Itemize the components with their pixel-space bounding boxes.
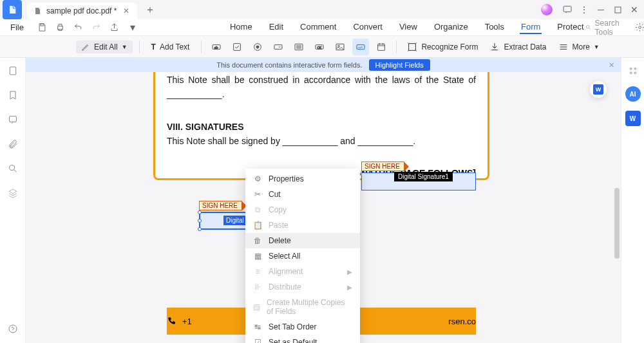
save-icon[interactable] xyxy=(37,22,48,33)
ctx-paste: 📋Paste xyxy=(245,218,360,233)
ctx-set-default[interactable]: ☑Set as Default xyxy=(245,335,360,343)
search-icon xyxy=(585,23,591,32)
comment-icon[interactable] xyxy=(560,3,574,17)
ctx-set-tab-order[interactable]: ↹Set Tab Order xyxy=(245,319,360,335)
more-button[interactable]: More ▼ xyxy=(554,42,603,52)
form-toolbar: Edit All ▼ T Add Text ab OK Recognize Fo… xyxy=(0,36,644,58)
document-tab[interactable]: sample pdf doc.pdf * ✕ xyxy=(27,3,137,19)
tools-panel-icon[interactable] xyxy=(627,64,639,77)
svg-point-5 xyxy=(638,26,641,29)
svg-rect-18 xyxy=(378,44,385,50)
scroll-thumb[interactable] xyxy=(614,188,620,259)
svg-point-4 xyxy=(586,25,589,28)
text-field-icon[interactable]: ab xyxy=(208,39,225,55)
ctx-copy: ⧉Copy xyxy=(245,202,360,218)
checkbox-field-icon[interactable] xyxy=(229,39,245,55)
gear-icon: ⚙ xyxy=(253,174,262,183)
menu-home[interactable]: Home xyxy=(229,21,254,34)
dropdown-chevron-icon[interactable]: ▾ xyxy=(127,22,138,33)
thumbnails-icon[interactable] xyxy=(6,64,19,77)
menubar: File ▾ Home Edit Comment Convert View Or… xyxy=(0,19,644,36)
svg-point-26 xyxy=(630,72,632,74)
menu-view[interactable]: View xyxy=(398,21,419,34)
svg-point-25 xyxy=(634,68,636,70)
selection-handle[interactable] xyxy=(198,210,202,214)
ctx-select-all[interactable]: ▦Select All xyxy=(245,248,360,264)
extract-data-button[interactable]: Extract Data xyxy=(486,42,550,52)
chevron-down-icon: ▼ xyxy=(122,44,128,50)
signature-field-1[interactable]: SIGN HERE Digital Signature1 xyxy=(361,160,476,190)
add-text-button[interactable]: T Add Text xyxy=(146,40,195,54)
distribute-icon: ⊪ xyxy=(253,283,262,292)
file-menu[interactable]: File xyxy=(5,21,29,33)
word-export-icon[interactable]: W xyxy=(625,111,641,126)
help-icon[interactable] xyxy=(6,322,19,335)
copy-icon: ⧉ xyxy=(253,205,262,214)
svg-rect-2 xyxy=(41,24,44,26)
annotations-icon[interactable] xyxy=(6,113,19,126)
ctx-properties[interactable]: ⚙Properties xyxy=(245,171,360,187)
button-field-icon[interactable]: OK xyxy=(311,39,328,55)
menu-convert[interactable]: Convert xyxy=(352,21,384,34)
pencil-icon xyxy=(81,42,90,51)
menu-tools[interactable]: Tools xyxy=(484,21,506,34)
highlight-fields-button[interactable]: Highlight Fields xyxy=(369,59,430,71)
tab-order-icon: ↹ xyxy=(253,322,262,331)
signature-field-icon[interactable] xyxy=(352,39,369,55)
bookmarks-icon[interactable] xyxy=(6,89,19,102)
section-8-heading: VIII. SIGNATURES xyxy=(167,120,476,134)
word-float-badge[interactable]: W xyxy=(590,81,607,98)
window-minimize-icon[interactable]: ─ xyxy=(594,3,608,17)
edit-all-dropdown[interactable]: Edit All ▼ xyxy=(76,41,133,53)
undo-icon[interactable] xyxy=(73,22,84,33)
phone-icon xyxy=(167,317,176,326)
tab-title: sample pdf doc.pdf * xyxy=(46,6,117,15)
image-field-icon[interactable] xyxy=(332,39,348,55)
svg-text:ab: ab xyxy=(214,45,218,49)
dropdown-field-icon[interactable] xyxy=(270,39,287,55)
svg-rect-1 xyxy=(615,7,621,13)
notice-text: This document contains interactive form … xyxy=(216,61,362,69)
svg-rect-21 xyxy=(9,116,16,122)
window-close-icon[interactable]: ✕ xyxy=(627,3,641,17)
svg-point-10 xyxy=(256,46,259,48)
svg-rect-0 xyxy=(564,6,571,12)
app-icon[interactable] xyxy=(3,0,22,19)
checkbox-icon: ☑ xyxy=(253,338,262,343)
radio-field-icon[interactable] xyxy=(249,39,266,55)
redo-icon[interactable] xyxy=(91,22,102,33)
date-field-icon[interactable] xyxy=(373,39,390,55)
svg-rect-3 xyxy=(58,26,63,30)
window-maximize-icon[interactable] xyxy=(611,3,625,17)
settings-icon[interactable] xyxy=(635,22,644,33)
menu-comment[interactable]: Comment xyxy=(299,21,337,34)
notice-close-icon[interactable]: ✕ xyxy=(609,61,614,70)
search-panel-icon[interactable] xyxy=(6,162,19,175)
svg-point-27 xyxy=(634,72,636,74)
menu-protect[interactable]: Protect xyxy=(556,21,585,34)
vertical-scrollbar[interactable] xyxy=(614,59,620,342)
signature-field-2-selected[interactable]: SIGN HERE Digital S xyxy=(199,199,248,230)
kebab-menu-icon[interactable]: ⋮ xyxy=(577,3,591,17)
ai-assistant-icon[interactable]: AI xyxy=(625,86,641,102)
form-notice-bar: This document contains interactive form … xyxy=(26,58,621,72)
menu-edit[interactable]: Edit xyxy=(268,21,285,34)
section-7-text: This Note shall be construed in accordan… xyxy=(167,73,476,102)
new-tab-button[interactable]: ＋ xyxy=(142,2,158,17)
ctx-cut[interactable]: ✂Cut xyxy=(245,187,360,202)
selection-handle[interactable] xyxy=(198,227,202,231)
recognize-form-button[interactable]: Recognize Form xyxy=(403,42,482,52)
menu-organize[interactable]: Organize xyxy=(433,21,469,34)
share-icon[interactable] xyxy=(109,22,120,33)
paste-icon: 📋 xyxy=(253,221,262,230)
tab-close-icon[interactable]: ✕ xyxy=(122,6,131,15)
menu-form[interactable]: Form xyxy=(520,21,542,34)
ai-orb-icon[interactable] xyxy=(541,4,553,15)
selection-handle[interactable] xyxy=(198,219,202,223)
layers-icon[interactable] xyxy=(6,187,19,199)
print-icon[interactable] xyxy=(55,22,66,33)
listbox-field-icon[interactable] xyxy=(290,39,307,55)
attachments-icon[interactable] xyxy=(6,138,19,151)
search-tools[interactable]: Search Tools xyxy=(585,19,626,37)
ctx-delete[interactable]: 🗑Delete xyxy=(245,233,360,248)
